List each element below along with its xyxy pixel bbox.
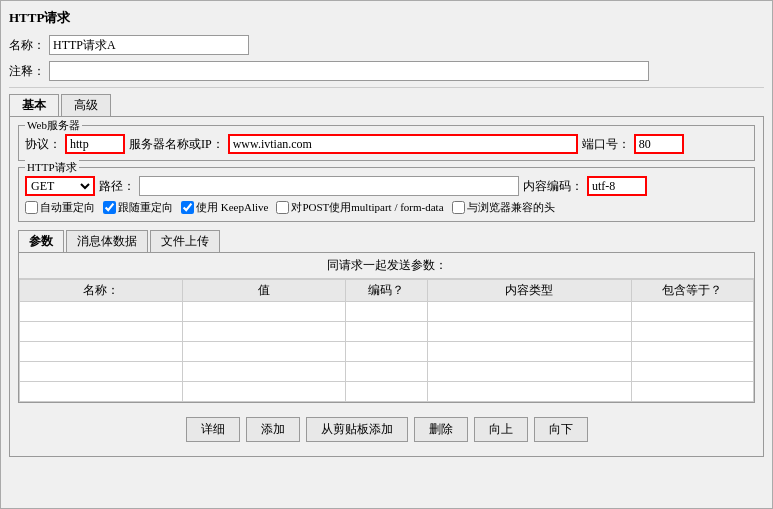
keepalive-label: 使用 KeepAlive	[196, 200, 268, 215]
params-area: 同请求一起发送参数： 名称： 值 编码？ 内容类型 包含等于？	[18, 253, 755, 403]
sub-tab-file-upload[interactable]: 文件上传	[150, 230, 220, 252]
tab-basic[interactable]: 基本	[9, 94, 59, 116]
keepalive-checkbox[interactable]	[181, 201, 194, 214]
tab-advanced[interactable]: 高级	[61, 94, 111, 116]
follow-redirect-checkbox-label[interactable]: 跟随重定向	[103, 200, 173, 215]
params-table-body	[20, 302, 754, 402]
col-header-value: 值	[183, 280, 346, 302]
sub-tabs: 参数 消息体数据 文件上传	[18, 230, 755, 253]
add-from-clipboard-button[interactable]: 从剪贴板添加	[306, 417, 408, 442]
auto-redirect-checkbox[interactable]	[25, 201, 38, 214]
web-server-legend: Web服务器	[25, 118, 82, 133]
table-row	[20, 342, 754, 362]
col-header-include: 包含等于？	[631, 280, 753, 302]
name-label: 名称：	[9, 37, 45, 54]
encoding-label: 内容编码：	[523, 178, 583, 195]
protocol-input[interactable]	[65, 134, 125, 154]
keepalive-checkbox-label[interactable]: 使用 KeepAlive	[181, 200, 268, 215]
port-input[interactable]	[634, 134, 684, 154]
server-input[interactable]	[228, 134, 578, 154]
comment-row: 注释：	[9, 61, 764, 81]
method-select[interactable]: GET POST PUT DELETE HEAD OPTIONS PATCH	[25, 176, 95, 196]
add-button[interactable]: 添加	[246, 417, 300, 442]
name-row: 名称：	[9, 35, 764, 55]
checkboxes-row: 自动重定向 跟随重定向 使用 KeepAlive 对POST使用multipar…	[25, 200, 748, 215]
multipart-checkbox[interactable]	[276, 201, 289, 214]
detail-button[interactable]: 详细	[186, 417, 240, 442]
table-row	[20, 362, 754, 382]
path-label: 路径：	[99, 178, 135, 195]
protocol-label: 协议：	[25, 136, 61, 153]
multipart-label: 对POST使用multipart / form-data	[291, 200, 443, 215]
col-header-type: 内容类型	[427, 280, 631, 302]
multipart-checkbox-label[interactable]: 对POST使用multipart / form-data	[276, 200, 443, 215]
browser-headers-label: 与浏览器兼容的头	[467, 200, 555, 215]
comment-label: 注释：	[9, 63, 45, 80]
col-header-name: 名称：	[20, 280, 183, 302]
bottom-buttons: 详细 添加 从剪贴板添加 删除 向上 向下	[18, 411, 755, 448]
path-input[interactable]	[139, 176, 519, 196]
down-button[interactable]: 向下	[534, 417, 588, 442]
col-header-encode: 编码？	[346, 280, 428, 302]
browser-headers-checkbox[interactable]	[452, 201, 465, 214]
sub-tab-body-data[interactable]: 消息体数据	[66, 230, 148, 252]
auto-redirect-checkbox-label[interactable]: 自动重定向	[25, 200, 95, 215]
up-button[interactable]: 向上	[474, 417, 528, 442]
http-request-section: HTTP请求 GET POST PUT DELETE HEAD OPTIONS …	[18, 167, 755, 222]
params-table: 名称： 值 编码？ 内容类型 包含等于？	[19, 279, 754, 402]
table-row	[20, 302, 754, 322]
port-label: 端口号：	[582, 136, 630, 153]
web-server-section: Web服务器 协议： 服务器名称或IP： 端口号：	[18, 125, 755, 161]
auto-redirect-label: 自动重定向	[40, 200, 95, 215]
delete-button[interactable]: 删除	[414, 417, 468, 442]
http-request-legend: HTTP请求	[25, 160, 79, 175]
tab-content-basic: Web服务器 协议： 服务器名称或IP： 端口号： HTTP请求 GET POS…	[9, 117, 764, 457]
params-header: 同请求一起发送参数：	[19, 253, 754, 279]
sub-tab-params[interactable]: 参数	[18, 230, 64, 252]
browser-headers-checkbox-label[interactable]: 与浏览器兼容的头	[452, 200, 555, 215]
main-tabs: 基本 高级	[9, 94, 764, 117]
name-input[interactable]	[49, 35, 249, 55]
table-row	[20, 322, 754, 342]
window-title: HTTP请求	[9, 9, 764, 27]
follow-redirect-checkbox[interactable]	[103, 201, 116, 214]
http-request-content: GET POST PUT DELETE HEAD OPTIONS PATCH 路…	[25, 176, 748, 196]
server-label: 服务器名称或IP：	[129, 136, 224, 153]
web-server-content: 协议： 服务器名称或IP： 端口号：	[25, 134, 748, 154]
main-window: HTTP请求 名称： 注释： 基本 高级 Web服务器 协议： 服务器名称或IP…	[0, 0, 773, 509]
encoding-input[interactable]	[587, 176, 647, 196]
table-row	[20, 382, 754, 402]
comment-input[interactable]	[49, 61, 649, 81]
follow-redirect-label: 跟随重定向	[118, 200, 173, 215]
